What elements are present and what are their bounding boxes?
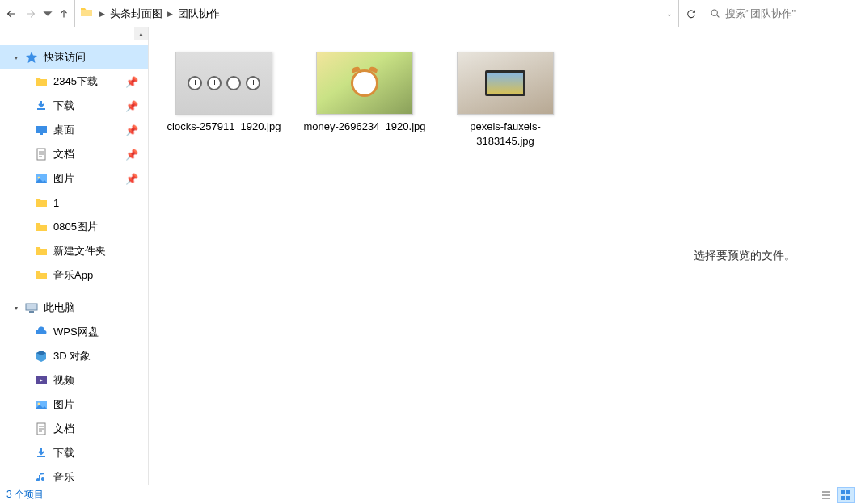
sidebar-item-label: 3D 对象 xyxy=(53,349,91,363)
sidebar-item-downloads[interactable]: 下载 📌 xyxy=(0,94,148,118)
expand-icon[interactable]: ▾ xyxy=(15,304,23,312)
chevron-right-icon[interactable]: ▶ xyxy=(164,10,176,18)
sidebar-item-pc-music[interactable]: 音乐 xyxy=(0,465,148,485)
svg-rect-2 xyxy=(40,133,43,135)
sidebar-item-2345[interactable]: 2345下载 📌 xyxy=(0,69,148,94)
svg-point-10 xyxy=(38,403,40,405)
sidebar-item-0805[interactable]: 0805图片 xyxy=(0,215,148,239)
desktop-icon xyxy=(34,123,49,137)
svg-rect-12 xyxy=(841,490,845,494)
folder-icon xyxy=(34,74,49,89)
sidebar-item-label: 1 xyxy=(53,197,59,209)
chevron-right-icon[interactable]: ▶ xyxy=(96,10,108,18)
search-box[interactable] xyxy=(703,0,861,27)
folder-icon xyxy=(34,268,49,283)
pin-icon: 📌 xyxy=(125,173,138,185)
svg-rect-7 xyxy=(29,311,34,313)
pin-icon: 📌 xyxy=(125,149,138,161)
file-name-label: pexels-fauxels-3183145.jpg xyxy=(437,120,574,148)
sidebar-item-videos[interactable]: 视频 xyxy=(0,368,148,393)
svg-point-0 xyxy=(711,10,717,15)
sidebar-item-1[interactable]: 1 xyxy=(0,191,148,215)
folder-icon xyxy=(34,220,49,234)
sidebar: ▲ ▾ 快速访问 2345下载 📌 下载 📌 桌面 📌 文档 📌 xyxy=(0,27,149,485)
sidebar-item-pc-pictures[interactable]: 图片 xyxy=(0,393,148,417)
file-item[interactable]: pexels-fauxels-3183145.jpg xyxy=(437,52,574,148)
pictures-icon xyxy=(34,171,49,186)
sidebar-item-label: 0805图片 xyxy=(53,220,98,234)
main-area: ▲ ▾ 快速访问 2345下载 📌 下载 📌 桌面 📌 文档 📌 xyxy=(0,27,861,485)
address-folder-icon xyxy=(80,6,96,21)
svg-rect-14 xyxy=(841,496,845,500)
nav-up-button[interactable] xyxy=(53,0,74,27)
download-icon xyxy=(34,99,49,113)
search-input[interactable] xyxy=(725,7,846,19)
breadcrumb-seg-1[interactable]: 头条封面图 xyxy=(108,6,164,21)
address-bar[interactable]: ▶ 头条封面图 ▶ 团队协作 ⌄ xyxy=(74,0,679,27)
sidebar-item-documents[interactable]: 文档 📌 xyxy=(0,142,148,166)
file-item[interactable]: clocks-257911_1920.jpg xyxy=(155,52,293,148)
sidebar-item-desktop[interactable]: 桌面 📌 xyxy=(0,118,148,142)
video-icon xyxy=(34,373,49,388)
sidebar-item-label: 新建文件夹 xyxy=(53,244,106,258)
svg-rect-1 xyxy=(36,126,47,133)
sidebar-item-pc-documents[interactable]: 文档 xyxy=(0,417,148,441)
pictures-icon xyxy=(34,397,49,412)
cloud-icon xyxy=(34,325,49,339)
sidebar-item-label: 音乐App xyxy=(53,268,93,283)
pin-icon: 📌 xyxy=(125,100,138,112)
files-pane[interactable]: clocks-257911_1920.jpg money-2696234_192… xyxy=(149,27,627,485)
music-icon xyxy=(34,470,49,485)
3d-icon xyxy=(34,349,49,363)
status-item-count: 3 个项目 xyxy=(6,488,44,502)
pc-icon xyxy=(24,300,39,315)
breadcrumb-seg-2[interactable]: 团队协作 xyxy=(176,6,222,21)
sidebar-item-newfolder[interactable]: 新建文件夹 xyxy=(0,239,148,263)
view-details-button[interactable] xyxy=(817,487,835,503)
sidebar-item-3d[interactable]: 3D 对象 xyxy=(0,344,148,368)
sidebar-this-pc[interactable]: ▾ 此电脑 xyxy=(0,296,148,320)
document-icon xyxy=(34,422,49,436)
sidebar-quick-access[interactable]: ▾ 快速访问 xyxy=(0,45,148,69)
sidebar-item-pictures[interactable]: 图片 📌 xyxy=(0,166,148,191)
svg-rect-15 xyxy=(846,496,850,500)
document-icon xyxy=(34,147,49,162)
address-dropdown-button[interactable]: ⌄ xyxy=(661,10,678,18)
download-icon xyxy=(34,446,49,460)
sidebar-item-wps[interactable]: WPS网盘 xyxy=(0,320,148,344)
file-thumbnail xyxy=(316,52,413,115)
nav-back-button[interactable] xyxy=(0,0,21,27)
preview-pane: 选择要预览的文件。 xyxy=(627,27,861,485)
file-thumbnail xyxy=(457,52,554,115)
sidebar-item-label: 图片 xyxy=(53,397,74,412)
star-icon xyxy=(24,50,39,65)
sidebar-item-musicapp[interactable]: 音乐App xyxy=(0,263,148,288)
preview-empty-text: 选择要预览的文件。 xyxy=(694,249,796,263)
file-name-label: clocks-257911_1920.jpg xyxy=(162,120,286,134)
expand-icon[interactable]: ▾ xyxy=(15,54,23,61)
sidebar-item-label: 下载 xyxy=(53,99,74,113)
view-thumbnails-button[interactable] xyxy=(837,487,855,503)
file-item[interactable]: money-2696234_1920.jpg xyxy=(296,52,433,148)
pin-icon: 📌 xyxy=(125,76,138,88)
pin-icon: 📌 xyxy=(125,124,138,136)
toolbar: ▶ 头条封面图 ▶ 团队协作 ⌄ xyxy=(0,0,861,27)
nav-forward-button[interactable] xyxy=(21,0,42,27)
sidebar-item-pc-downloads[interactable]: 下载 xyxy=(0,441,148,465)
svg-rect-6 xyxy=(26,304,37,310)
refresh-button[interactable] xyxy=(679,0,703,27)
sidebar-item-label: 2345下载 xyxy=(53,74,98,89)
sidebar-item-label: WPS网盘 xyxy=(53,325,99,339)
sidebar-item-label: 文档 xyxy=(53,147,74,162)
file-name-label: money-2696234_1920.jpg xyxy=(298,120,430,134)
sidebar-item-label: 快速访问 xyxy=(44,50,86,65)
svg-rect-13 xyxy=(846,490,850,494)
content-area: clocks-257911_1920.jpg money-2696234_192… xyxy=(149,27,861,485)
sidebar-item-label: 此电脑 xyxy=(44,300,75,315)
sidebar-item-label: 文档 xyxy=(53,422,74,436)
file-thumbnail xyxy=(175,52,272,115)
sidebar-item-label: 桌面 xyxy=(53,123,74,137)
sidebar-scroll-up[interactable]: ▲ xyxy=(134,27,148,40)
nav-history-dropdown[interactable] xyxy=(42,0,53,27)
folder-icon xyxy=(34,244,49,258)
